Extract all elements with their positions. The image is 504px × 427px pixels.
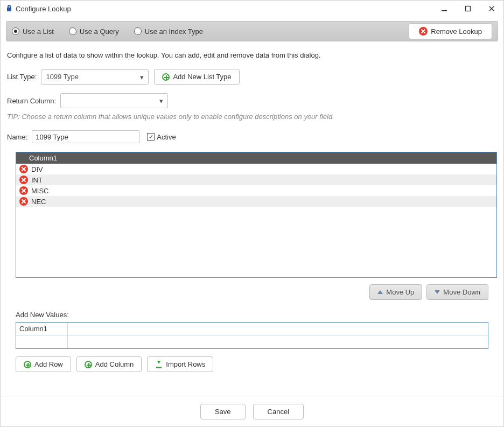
move-down-label: Move Down: [443, 288, 480, 296]
window-title: Configure Lookup: [16, 5, 71, 13]
name-input[interactable]: [32, 130, 139, 143]
plus-icon: [24, 361, 31, 368]
window-close-button[interactable]: [480, 1, 503, 17]
add-row-button[interactable]: Add Row: [16, 356, 71, 372]
window-minimize-button[interactable]: [432, 1, 456, 17]
window-maximize-button[interactable]: [456, 1, 480, 17]
dialog-footer: Save Cancel: [1, 396, 503, 426]
add-new-values-grid: Column1: [16, 322, 488, 349]
remove-lookup-button[interactable]: Remove Lookup: [409, 23, 492, 39]
radio-label: Use a List: [23, 27, 54, 36]
delete-row-icon[interactable]: [19, 186, 28, 195]
add-grid-rest: [68, 335, 488, 348]
move-up-button[interactable]: Move Up: [369, 284, 422, 300]
import-rows-label: Import Rows: [166, 360, 205, 368]
delete-row-icon[interactable]: [19, 176, 28, 184]
move-down-button[interactable]: Move Down: [426, 284, 488, 300]
cell-value: DIV: [31, 165, 43, 173]
radio-use-an-index-type[interactable]: Use an Index Type: [134, 27, 203, 36]
lookup-type-toolbar: Use a List Use a Query Use an Index Type…: [6, 21, 498, 41]
cell-value: NEC: [31, 198, 46, 206]
table-row[interactable]: DIV: [16, 164, 496, 174]
plus-icon: [162, 73, 170, 81]
intro-text: Configure a list of data to show within …: [7, 51, 497, 59]
save-label: Save: [215, 408, 231, 416]
add-grid-column-header[interactable]: Column1: [16, 323, 68, 335]
radio-dot-icon: [69, 27, 76, 35]
arrow-down-icon: [435, 290, 440, 294]
cell-value: MISC: [31, 187, 49, 195]
list-type-value: 1099 Type: [46, 73, 78, 81]
cancel-label: Cancel: [268, 408, 289, 416]
values-grid: Column1 DIV INT MISC NEC: [16, 152, 497, 278]
radio-dot-icon: [134, 27, 142, 35]
lock-icon: [6, 4, 12, 13]
table-row[interactable]: INT: [16, 174, 496, 185]
list-type-select[interactable]: 1099 Type ▾: [41, 69, 149, 85]
arrow-up-icon: [377, 290, 383, 294]
import-rows-button[interactable]: Import Rows: [147, 356, 213, 372]
return-column-tip: TIP: Choose a return column that allows …: [7, 113, 497, 121]
chevron-down-icon: ▾: [140, 73, 144, 81]
remove-lookup-label: Remove Lookup: [431, 27, 482, 36]
add-row-label: Add Row: [34, 360, 63, 368]
move-up-label: Move Up: [386, 288, 414, 296]
import-icon: [155, 361, 163, 368]
content-area: Configure a list of data to show within …: [1, 46, 503, 383]
active-label: Active: [157, 133, 176, 141]
return-column-select[interactable]: ▾: [60, 93, 168, 108]
cell-value: INT: [31, 176, 43, 184]
table-row[interactable]: NEC: [16, 196, 496, 207]
delete-row-icon[interactable]: [19, 165, 28, 173]
radio-use-a-query[interactable]: Use a Query: [69, 27, 119, 36]
add-grid-input-cell[interactable]: [16, 335, 68, 348]
grid-body: DIV INT MISC NEC: [16, 164, 496, 207]
list-type-label: List Type:: [7, 73, 37, 81]
add-new-values-label: Add New Values:: [16, 311, 497, 319]
radio-dot-icon: [12, 27, 19, 35]
table-row[interactable]: MISC: [16, 185, 496, 196]
radio-label: Use an Index Type: [145, 27, 203, 36]
svg-rect-1: [466, 6, 471, 11]
cancel-button[interactable]: Cancel: [253, 404, 304, 419]
return-column-label: Return Column:: [7, 97, 56, 105]
radio-use-a-list[interactable]: Use a List: [12, 27, 54, 36]
add-column-label: Add Column: [95, 360, 134, 368]
add-grid-header-rest: [68, 323, 488, 335]
radio-label: Use a Query: [80, 27, 119, 36]
grid-column-header[interactable]: Column1: [16, 152, 496, 164]
add-column-button[interactable]: Add Column: [76, 356, 142, 372]
active-checkbox[interactable]: [147, 133, 155, 141]
add-new-list-type-label: Add New List Type: [173, 73, 231, 81]
plus-icon: [85, 361, 92, 368]
name-label: Name:: [7, 133, 27, 141]
svg-rect-0: [442, 10, 447, 11]
remove-icon: [419, 27, 428, 36]
save-button[interactable]: Save: [200, 404, 246, 419]
delete-row-icon[interactable]: [19, 197, 28, 206]
title-bar: Configure Lookup: [1, 1, 503, 17]
add-new-list-type-button[interactable]: Add New List Type: [154, 69, 239, 85]
chevron-down-icon: ▾: [159, 97, 163, 105]
